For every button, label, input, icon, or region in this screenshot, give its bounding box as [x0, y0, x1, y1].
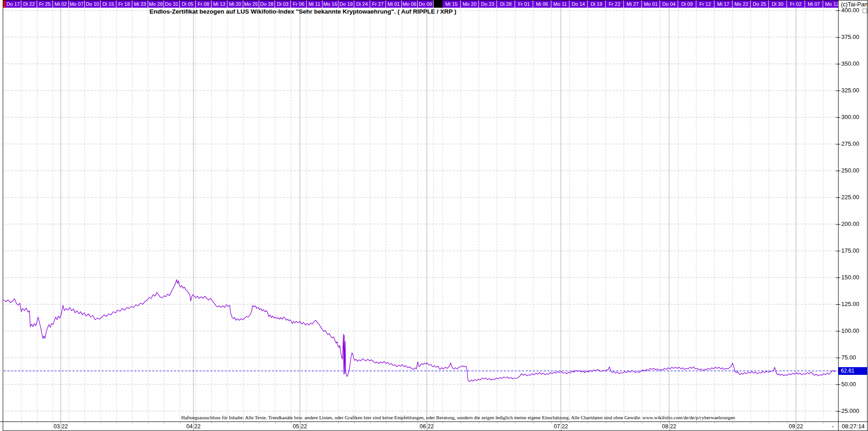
x-axis-minor-tick	[21, 422, 22, 424]
x-axis-minor-tick	[497, 422, 497, 424]
y-axis-label: 375.00	[841, 34, 859, 40]
x-axis-minor-tick	[443, 422, 443, 424]
x-axis-minor-tick	[148, 422, 149, 424]
date-band-label: Mi 15	[443, 0, 461, 8]
x-axis-minor-tick	[642, 422, 642, 424]
date-band-label: Do 19	[338, 0, 354, 8]
x-axis-minor-tick	[370, 422, 371, 424]
y-axis-label: 100.00	[841, 327, 859, 334]
date-band-label: Do 09	[418, 0, 434, 8]
date-band-label: Mo 12	[823, 0, 838, 8]
x-axis-minor-tick	[551, 422, 552, 424]
x-axis-minor-tick	[606, 422, 606, 424]
last-price-marker: 62.61	[839, 367, 868, 375]
date-band-label: Do 17	[5, 0, 21, 8]
y-axis-tick	[836, 171, 840, 171]
y-axis-tick	[836, 117, 840, 118]
y-axis-tick	[836, 91, 840, 91]
x-axis-minor-tick	[164, 422, 164, 424]
x-axis-minor-tick	[515, 422, 516, 424]
date-band-gap	[434, 0, 443, 8]
date-band-label: Fr 22	[606, 0, 624, 8]
month-axis-label: 08 22	[662, 423, 676, 430]
date-band-label: Do 31	[164, 0, 180, 8]
date-band-label: Mi 23	[132, 0, 148, 8]
date-band-label: Mo 22	[733, 0, 751, 8]
y-axis-tick	[836, 251, 840, 251]
y-axis-tick	[836, 64, 840, 64]
x-axis-minor-tick	[533, 422, 534, 424]
x-axis-minor-tick	[751, 422, 751, 424]
date-band-label: Fr 08	[196, 0, 212, 8]
x-axis-row: - 03 2204 2205 2206 2207 2208 2209 22	[0, 421, 868, 431]
date-band-label: Mi 07	[805, 0, 823, 8]
date-band-label: Di 05	[180, 0, 196, 8]
copyright-label: (c)Tai-Pan	[841, 1, 868, 8]
month-axis-label: 06 22	[420, 423, 434, 430]
x-axis-minor-tick	[660, 422, 661, 424]
price-line	[4, 280, 836, 382]
x-axis-minor-tick	[227, 422, 228, 424]
x-axis-minor-tick	[624, 422, 624, 424]
month-axis-label: 09 22	[789, 423, 803, 430]
last-price-label: 62.61	[839, 367, 868, 375]
date-band-label: Fr 01	[515, 0, 533, 8]
date-band-label: Do 28	[259, 0, 275, 8]
date-band-label: Mi 13	[212, 0, 227, 8]
date-band-label: Di 19	[588, 0, 606, 8]
x-axis-minor-tick	[588, 422, 588, 424]
y-axis-tick	[836, 358, 840, 358]
date-band-label: Mi 11	[307, 0, 323, 8]
x-axis-minor-tick	[714, 422, 715, 424]
price-chart-canvas[interactable]	[3, 7, 838, 421]
x-axis-minor-tick	[354, 422, 355, 424]
y-axis-tick	[836, 384, 840, 385]
date-band-label: Do 14	[569, 0, 588, 8]
x-axis-minor-tick	[212, 422, 212, 424]
date-band-label: Do 10	[85, 0, 101, 8]
y-axis-tick	[836, 37, 840, 38]
y-axis-label: 325.00	[841, 87, 859, 94]
x-axis-minor-tick	[259, 422, 260, 424]
date-band-label: Mi 02	[53, 0, 69, 8]
date-band-label: Mo 16	[323, 0, 338, 8]
month-axis-label: 04 22	[186, 423, 200, 430]
date-band-label: Fr 25	[37, 0, 53, 8]
x-axis-minor-tick	[402, 422, 402, 424]
date-band-label: Mo 25	[243, 0, 259, 8]
date-band-label: Do 25	[751, 0, 769, 8]
y-axis-label: 175.00	[841, 247, 859, 254]
date-band-label: Mi 01	[386, 0, 402, 8]
y-axis-label: 300.00	[841, 114, 859, 120]
y-axis-label: 75.00	[841, 354, 856, 361]
x-axis-minor-tick	[338, 422, 339, 424]
axis-separator-line	[838, 0, 839, 431]
date-band-label: Fr 12	[696, 0, 714, 8]
month-axis-label: 03 22	[53, 423, 68, 430]
date-band-label: Mi 27	[624, 0, 642, 8]
resize-grip-icon[interactable]	[863, 9, 867, 13]
x-axis-minor-tick	[323, 422, 323, 424]
date-band-label: Mi 06	[533, 0, 551, 8]
x-axis-minor-tick	[85, 422, 85, 424]
x-axis-minor-tick	[787, 422, 787, 424]
x-axis-minor-tick	[461, 422, 461, 424]
date-band-label: Di 28	[497, 0, 515, 8]
x-axis-minor-tick	[823, 422, 824, 424]
date-band-label: Fr 02	[787, 0, 805, 8]
date-band-label: Do 04	[660, 0, 678, 8]
x-axis-minor-tick	[37, 422, 38, 424]
y-axis-label: 250.00	[841, 167, 859, 174]
x-axis-minor-tick	[180, 422, 180, 424]
disclaimer-text: Haftungsausschluss für Inhalte: Alle Tex…	[181, 415, 725, 420]
date-band-label: Mi 20	[227, 0, 243, 8]
x-axis-minor-tick	[418, 422, 418, 424]
date-band-label: Mo 20	[461, 0, 479, 8]
date-band-label: Di 03	[275, 0, 291, 8]
y-axis-label: 125.00	[841, 301, 859, 307]
y-axis-tick	[836, 304, 840, 305]
date-band-label: Di 09	[678, 0, 696, 8]
y-axis-tick	[836, 10, 840, 11]
x-axis-minor-tick	[678, 422, 679, 424]
y-axis-label: 150.00	[841, 274, 859, 281]
